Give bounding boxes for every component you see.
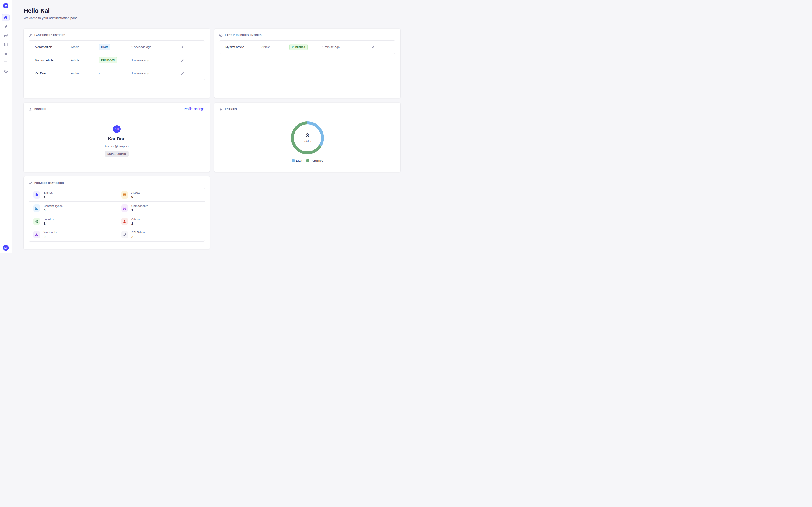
table-row[interactable]: Kai Doe Author - 1 minute ago: [29, 67, 205, 80]
entry-status-cell: -: [99, 71, 132, 75]
stat-locales: Locales1: [29, 215, 117, 228]
entry-type: Article: [71, 59, 99, 62]
entry-time: 2 seconds ago: [132, 45, 176, 49]
edit-cell: [176, 72, 199, 75]
app-root: KD Hello Kai Welcome to your administrat…: [0, 0, 406, 253]
layout-icon: [33, 205, 40, 212]
entry-name: A draft article: [35, 45, 71, 49]
project-statistics-card: PROJECT STATISTICS Entries3 Assets0: [24, 176, 210, 249]
entry-status-cell: Published: [99, 57, 132, 63]
status-badge: Published: [99, 57, 117, 63]
sidebar-item-settings[interactable]: [2, 68, 10, 75]
sidebar-item-media-library[interactable]: [2, 32, 10, 40]
edit-pencil-icon[interactable]: [371, 45, 375, 49]
donut-total-label: entries: [303, 140, 312, 143]
stat-text: Webhooks0: [44, 231, 57, 239]
donut-total: 3: [306, 133, 309, 138]
table-row[interactable]: A draft article Article Draft 2 seconds …: [29, 41, 205, 54]
stat-value: 0: [44, 235, 57, 239]
card-header: PROJECT STATISTICS: [29, 181, 205, 185]
page-subtitle: Welcome to your administration panel: [24, 16, 400, 20]
home-icon: [4, 15, 8, 19]
legend-item-published: Published: [306, 159, 323, 162]
strapi-logo[interactable]: [3, 3, 8, 8]
stats-grid: Entries3 Assets0 Content-Types6: [29, 188, 205, 241]
user-avatar[interactable]: KD: [3, 245, 9, 251]
sidebar-item-content-type-builder[interactable]: [2, 41, 10, 48]
entries-donut-wrap: 3 entries Draft Published: [219, 111, 395, 162]
main-content: Hello Kai Welcome to your administration…: [12, 0, 406, 253]
globe-icon: [33, 218, 40, 225]
entry-time: 1 minute ago: [132, 59, 176, 62]
entry-time: 1 minute ago: [132, 72, 176, 75]
pencil-icon: [29, 34, 32, 37]
stat-text: Locales1: [44, 217, 54, 225]
profile-settings-link[interactable]: Profile settings: [184, 107, 204, 111]
stat-label: API Tokens: [132, 231, 146, 234]
card-header: LAST EDITED ENTRIES: [29, 34, 205, 37]
feather-icon: [4, 24, 8, 29]
settings-gear-icon: [4, 70, 8, 74]
stat-value: 1: [132, 208, 148, 212]
last-published-entries-card: LAST PUBLISHED ENTRIES My first article …: [214, 29, 400, 98]
media-library-icon: [4, 34, 8, 38]
stat-api-tokens: API Tokens2: [117, 228, 205, 241]
sidebar-item-content-manager[interactable]: [2, 23, 10, 31]
entries-chart-card: ENTRIES 3 entries: [214, 103, 400, 172]
chart-legend: Draft Published: [292, 159, 323, 162]
legend-label: Published: [311, 159, 323, 162]
entry-status-cell: Published: [289, 44, 322, 50]
status-dash: -: [99, 72, 100, 75]
stat-label: Assets: [132, 191, 140, 194]
dashboard-grid: LAST EDITED ENTRIES A draft article Arti…: [24, 29, 400, 249]
card-title: PROFILE: [34, 108, 46, 110]
edit-pencil-icon[interactable]: [181, 59, 184, 62]
donut-center: 3 entries: [289, 120, 325, 156]
page-title: Hello Kai: [24, 8, 400, 14]
stat-text: Admins1: [132, 217, 141, 225]
webhook-icon: [33, 231, 40, 238]
user-icon: [29, 108, 32, 111]
stat-value: 6: [44, 208, 63, 212]
sidebar-item-cloud[interactable]: [2, 50, 10, 57]
stat-assets: Assets0: [117, 188, 205, 202]
entry-type: Article: [261, 45, 289, 49]
key-icon: [121, 231, 128, 238]
table-row[interactable]: My first article Article Published 1 min…: [219, 41, 395, 54]
sidebar: KD: [0, 0, 12, 253]
sidebar-divider: [0, 12, 11, 12]
card-header: LAST PUBLISHED ENTRIES: [219, 34, 395, 37]
entries-table: My first article Article Published 1 min…: [219, 40, 395, 54]
admin-user-icon: [121, 218, 128, 225]
table-row[interactable]: My first article Article Published 1 min…: [29, 54, 205, 67]
stat-text: Content-Types6: [44, 204, 63, 212]
stat-value: 2: [132, 235, 146, 239]
stat-label: Components: [132, 204, 148, 208]
profile-body: KD Kai Doe kai.doe@strapi.io SUPER ADMIN: [29, 111, 205, 157]
legend-item-draft: Draft: [292, 159, 302, 162]
image-icon: [121, 191, 128, 199]
stat-text: API Tokens2: [132, 231, 146, 239]
published-swatch: [306, 159, 309, 162]
stat-value: 1: [44, 222, 54, 225]
strapi-logo-icon: [4, 4, 8, 8]
cloud-icon: [4, 52, 8, 56]
entries-table: A draft article Article Draft 2 seconds …: [29, 40, 205, 80]
sidebar-nav: [0, 14, 11, 77]
card-header: ENTRIES: [219, 108, 395, 111]
edit-pencil-icon[interactable]: [181, 45, 184, 49]
card-header: PROFILE: [29, 108, 205, 111]
stat-entries: Entries3: [29, 188, 117, 202]
content-type-builder-icon: [4, 43, 8, 47]
stat-content-types: Content-Types6: [29, 202, 117, 215]
entry-time: 1 minute ago: [322, 45, 366, 49]
sidebar-item-marketplace[interactable]: [2, 59, 10, 66]
card-title: PROJECT STATISTICS: [34, 182, 64, 184]
edit-pencil-icon[interactable]: [181, 72, 184, 75]
last-edited-entries-card: LAST EDITED ENTRIES A draft article Arti…: [24, 29, 210, 98]
donut-chart: 3 entries: [289, 120, 325, 156]
stat-label: Content-Types: [44, 204, 63, 208]
sidebar-item-home[interactable]: [2, 14, 10, 21]
draft-swatch: [292, 159, 295, 162]
trend-up-icon: [29, 181, 32, 185]
